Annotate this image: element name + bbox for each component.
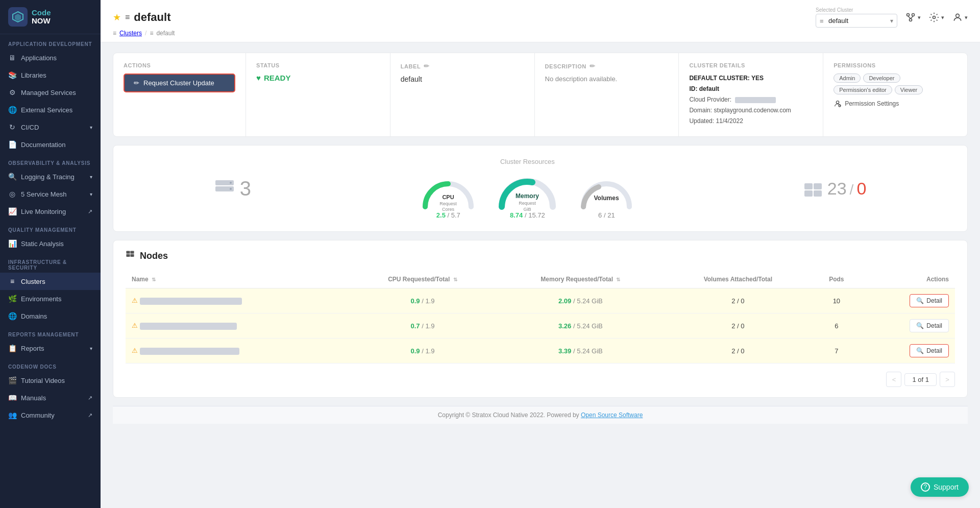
- status-card: Status ♥ READY: [246, 53, 390, 136]
- sidebar-item-label: Manuals: [21, 394, 46, 402]
- git-icon-button[interactable]: ▾: [905, 12, 921, 22]
- description-edit-icon[interactable]: ✏: [590, 62, 596, 70]
- sidebar-item-environments[interactable]: 🌿 Environments: [0, 290, 101, 307]
- community-icon: 👥: [8, 411, 16, 419]
- static-analysis-icon: 📊: [8, 239, 16, 248]
- cluster-details-label: Cluster Details: [689, 62, 813, 68]
- svg-text:Request: Request: [519, 201, 536, 206]
- cicd-icon: ↻: [8, 123, 16, 131]
- sort-icon[interactable]: ⇅: [616, 277, 620, 282]
- sidebar-item-label: Clusters: [21, 278, 45, 285]
- section-reports: Reports Management: [0, 325, 101, 340]
- sort-icon[interactable]: ⇅: [453, 277, 457, 282]
- section-infra: Infrastructure & Security: [0, 252, 101, 273]
- sidebar-item-cicd[interactable]: ↻ CI/CD ▾: [0, 118, 101, 136]
- sidebar-item-reports[interactable]: 📋 Reports ▾: [0, 340, 101, 357]
- request-cluster-update-button[interactable]: ✏ Request Cluster Update: [124, 74, 235, 92]
- sidebar-item-community[interactable]: 👥 Community ↗: [0, 406, 101, 424]
- section-quality: Quality Management: [0, 220, 101, 235]
- settings-button[interactable]: ▾: [929, 12, 944, 22]
- cluster-default: DEFAULT CLUSTER: YES: [689, 74, 813, 83]
- pods-cell: 7: [812, 338, 861, 364]
- action-cell: 🔍 Detail: [861, 288, 955, 313]
- action-cell: 🔍 Detail: [861, 338, 955, 364]
- col-memory: Memory Requested/Total ⇅: [497, 271, 664, 288]
- manuals-icon: 📖: [8, 394, 16, 402]
- svg-rect-22: [804, 183, 813, 189]
- permission-badges: Admin Developer Permission's editor View…: [834, 74, 957, 94]
- git-chevron-icon: ▾: [918, 14, 921, 21]
- star-icon[interactable]: ★: [113, 12, 121, 23]
- volumes-gauge: Volumes 6 / 21: [578, 174, 634, 219]
- warn-icon: ⚠: [132, 347, 138, 354]
- sidebar-item-domains[interactable]: 🌐 Domains: [0, 307, 101, 325]
- cpu-cell: 0.9 / 1.9: [349, 288, 497, 313]
- sidebar-item-managed-services[interactable]: ⚙ Managed Services: [0, 84, 101, 101]
- sidebar-item-applications[interactable]: 🖥 Applications: [0, 49, 101, 66]
- section-docs: CodeNOW Docs: [0, 357, 101, 372]
- tutorial-icon: 🎬: [8, 376, 16, 384]
- sidebar-item-clusters[interactable]: ≡ Clusters: [0, 273, 101, 290]
- external-link-icon: ↗: [88, 412, 92, 419]
- svg-text:Request: Request: [440, 201, 457, 206]
- mem-cell: 3.26 / 5.24 GiB: [497, 313, 664, 338]
- svg-rect-29: [130, 254, 134, 257]
- sidebar-item-logging-tracing[interactable]: 🔍 Logging & Tracing ▾: [0, 168, 101, 185]
- sidebar-item-live-monitoring[interactable]: 📈 Live Monitoring ↗: [0, 203, 101, 220]
- prev-page-button[interactable]: <: [886, 372, 901, 387]
- svg-rect-25: [814, 190, 822, 197]
- action-cell: 🔍 Detail: [861, 313, 955, 338]
- node-stat: 23 / 0: [804, 179, 867, 199]
- svg-marker-1: [15, 14, 21, 21]
- sidebar-item-manuals[interactable]: 📖 Manuals ↗: [0, 389, 101, 406]
- table-row: ⚠ 0.9 / 1.9 3.39 / 5.24: [126, 338, 955, 364]
- reports-icon: 📋: [8, 344, 16, 352]
- user-button[interactable]: ▾: [952, 12, 968, 22]
- support-icon: ?: [921, 482, 930, 492]
- cr-title-wrap: Cluster Resources CPU Request Cores: [420, 158, 634, 219]
- domains-icon: 🌐: [8, 312, 16, 320]
- permission-settings[interactable]: Permission Settings: [834, 100, 957, 108]
- oss-link[interactable]: Open Source Software: [581, 412, 643, 419]
- svg-point-14: [230, 188, 232, 190]
- detail-button-1[interactable]: 🔍 Detail: [910, 319, 949, 332]
- sidebar-item-tutorial-videos[interactable]: 🎬 Tutorial Videos: [0, 372, 101, 389]
- node-sep: /: [850, 182, 854, 198]
- cluster-id: ID: default: [689, 84, 813, 93]
- actions-card: Actions ✏ Request Cluster Update: [113, 53, 246, 136]
- breadcrumb-clusters[interactable]: Clusters: [119, 30, 142, 37]
- label-edit-icon[interactable]: ✏: [424, 62, 430, 70]
- node-name-cell: ⚠: [126, 313, 349, 338]
- support-button[interactable]: ? Support: [911, 477, 969, 497]
- detail-button-2[interactable]: 🔍 Detail: [910, 344, 949, 357]
- perm-badge-admin: Admin: [834, 74, 861, 83]
- node-name-cell: ⚠: [126, 338, 349, 364]
- detail-button-0[interactable]: 🔍 Detail: [910, 294, 949, 307]
- sidebar-item-libraries[interactable]: 📚 Libraries: [0, 66, 101, 84]
- cluster-domain: Domain: stxplayground.codenow.com: [689, 106, 813, 115]
- sidebar-item-static-analysis[interactable]: 📊 Static Analysis: [0, 235, 101, 252]
- search-icon: 🔍: [916, 297, 924, 304]
- next-page-button[interactable]: >: [940, 372, 955, 387]
- libraries-icon: 📚: [8, 71, 16, 79]
- sidebar-item-service-mesh[interactable]: ◎ 5 Service Mesh ▾: [0, 185, 101, 203]
- sidebar-item-label: Tutorial Videos: [21, 377, 65, 384]
- nodes-section-icon: [126, 251, 135, 261]
- sidebar-item-external-services[interactable]: 🌐 External Services: [0, 101, 101, 118]
- breadcrumb-sep: /: [145, 30, 146, 37]
- col-pods: Pods: [812, 271, 861, 288]
- search-icon: 🔍: [916, 322, 924, 329]
- sidebar-item-documentation[interactable]: 📄 Documentation: [0, 136, 101, 153]
- nodes-table: Name ⇅ CPU Requested/Total ⇅ Memory Requ…: [126, 271, 955, 364]
- node-nums: 23 / 0: [827, 179, 867, 199]
- cpu-cell: 0.7 / 1.9: [349, 313, 497, 338]
- vol-cell: 2 / 0: [665, 338, 812, 364]
- cluster-select[interactable]: default: [816, 14, 897, 28]
- node-name-blurred: [140, 298, 242, 305]
- table-row: ⚠ 0.7 / 1.9 3.26 / 5.24: [126, 313, 955, 338]
- sort-icon[interactable]: ⇅: [152, 277, 156, 282]
- external-link-icon: ↗: [88, 208, 92, 215]
- user-chevron-icon: ▾: [965, 14, 968, 21]
- col-name: Name ⇅: [126, 271, 349, 288]
- col-actions: Actions: [861, 271, 955, 288]
